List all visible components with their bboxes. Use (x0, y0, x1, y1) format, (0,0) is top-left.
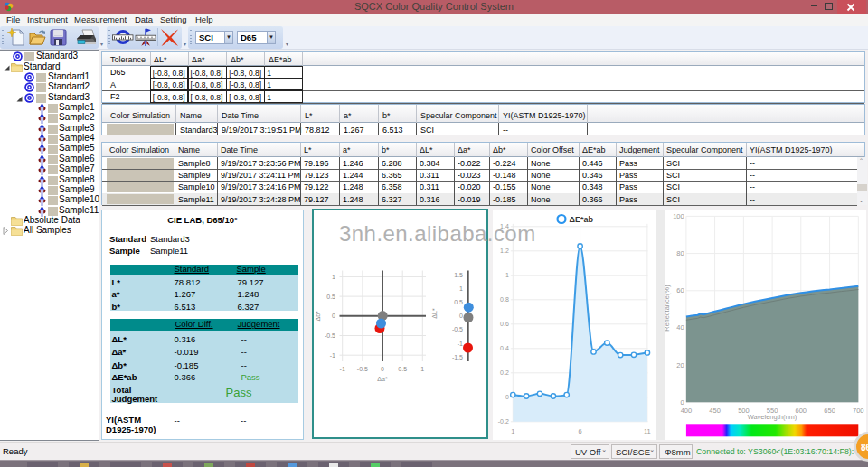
svg-text:-0.5: -0.5 (452, 326, 463, 332)
svg-text:650: 650 (824, 406, 835, 415)
svg-text:Reflectance(%): Reflectance(%) (665, 285, 671, 332)
svg-text:100: 100 (673, 212, 684, 220)
svg-text:-1: -1 (340, 366, 345, 372)
svg-text:Δa*: Δa* (377, 376, 388, 382)
svg-text:0: 0 (459, 313, 463, 319)
svg-text:1: 1 (505, 272, 509, 278)
svg-text:1: 1 (511, 427, 514, 435)
svg-text:6: 6 (579, 427, 582, 435)
svg-text:-0.5: -0.5 (357, 366, 368, 372)
svg-text:0: 0 (681, 398, 684, 406)
svg-text:400: 400 (681, 406, 693, 415)
svg-text:-1: -1 (330, 352, 335, 359)
svg-text:0.6: 0.6 (500, 321, 509, 327)
svg-text:20: 20 (676, 361, 684, 369)
svg-text:ΔE*ab: ΔE*ab (570, 215, 594, 224)
svg-text:0.5: 0.5 (398, 366, 407, 372)
svg-text:-0.5: -0.5 (325, 332, 335, 339)
svg-text:80: 80 (676, 249, 684, 257)
svg-text:600: 600 (796, 406, 807, 415)
svg-text:0: 0 (505, 394, 509, 400)
svg-text:40: 40 (676, 323, 684, 332)
svg-text:60: 60 (676, 286, 684, 294)
svg-text:11: 11 (644, 427, 651, 435)
svg-text:-1.5: -1.5 (452, 354, 463, 360)
svg-text:-0.2: -0.2 (498, 418, 509, 425)
svg-text:0.5: 0.5 (326, 294, 335, 300)
svg-text:1.2: 1.2 (500, 248, 509, 254)
svg-text:0: 0 (332, 313, 335, 319)
svg-text:450: 450 (709, 406, 721, 415)
svg-text:0.8: 0.8 (500, 296, 509, 303)
svg-text:0: 0 (381, 366, 384, 372)
svg-text:-1: -1 (458, 341, 463, 347)
svg-text:0.4: 0.4 (500, 345, 509, 351)
svg-text:ΔL*: ΔL* (431, 308, 438, 319)
svg-text:0.5: 0.5 (454, 299, 463, 305)
svg-text:Δb*: Δb* (315, 311, 321, 322)
svg-text:0.2: 0.2 (500, 369, 509, 376)
svg-text:1: 1 (459, 285, 463, 292)
svg-text:700: 700 (853, 406, 864, 415)
svg-text:Wavelength(nm): Wavelength(nm) (748, 413, 797, 421)
svg-text:1.5: 1.5 (454, 272, 463, 278)
svg-text:1: 1 (332, 274, 335, 280)
svg-text:1: 1 (420, 366, 424, 372)
